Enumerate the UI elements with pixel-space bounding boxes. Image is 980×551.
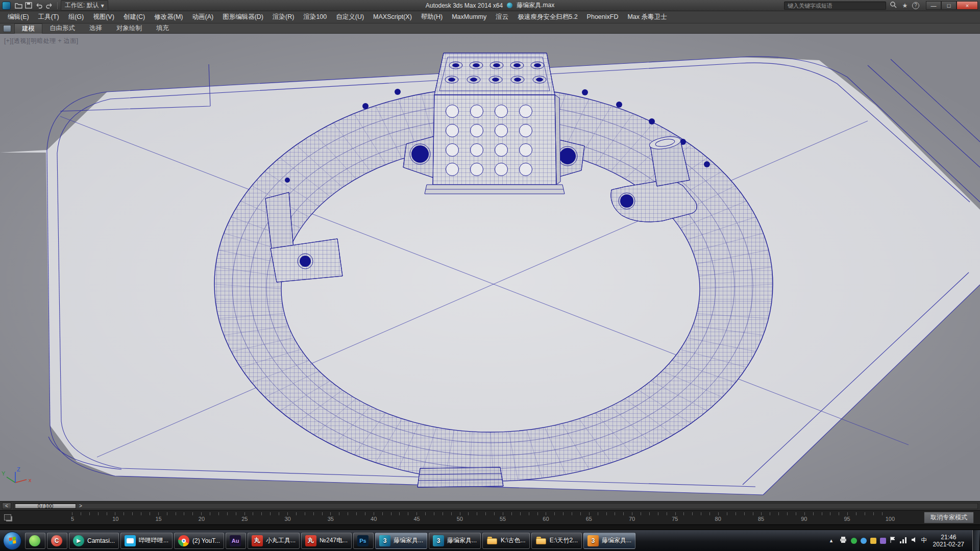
clip-model[interactable]: [418, 467, 503, 487]
xiaowan-icon: 丸: [252, 535, 263, 546]
next-frame-button[interactable]: >: [79, 503, 82, 509]
search-input[interactable]: [784, 2, 886, 10]
app-title-text: Autodesk 3ds Max 2014 x64: [426, 2, 503, 9]
time-slider-handle[interactable]: 0 / 100: [15, 504, 76, 509]
menu-group[interactable]: 组(G): [64, 11, 89, 23]
tab-freeform[interactable]: 自由形式: [42, 23, 82, 33]
start-button[interactable]: [3, 532, 21, 550]
tab-object-paint[interactable]: 对象绘制: [109, 23, 149, 33]
clock-date: 2021-02-27: [933, 541, 964, 548]
chevron-down-icon: ▾: [101, 2, 104, 9]
printer-icon[interactable]: [839, 536, 847, 545]
open-mini-curve-editor-icon[interactable]: [4, 514, 11, 520]
3dsmax-orange-icon: 3: [587, 535, 599, 546]
taskbar-button-xiaowan[interactable]: 丸 小丸工具...: [248, 533, 300, 549]
maximize-button[interactable]: □: [941, 1, 957, 10]
camtasia-icon: ▶: [73, 535, 84, 546]
menu-maxmummy[interactable]: MaxMummy: [447, 11, 491, 23]
menu-bar: 编辑(E) 工具(T) 组(G) 视图(V) 创建(C) 修改器(M) 动画(A…: [0, 11, 980, 23]
status-strip: [0, 524, 980, 530]
action-center-flag-icon[interactable]: [890, 536, 896, 545]
network-icon[interactable]: [899, 536, 907, 545]
taskbar: C ▶ Camtasi... 哔哩哔哩... (2) YouT... Au 丸 …: [0, 530, 980, 551]
taskbar-button-folder-e[interactable]: E:\天竹2...: [531, 533, 582, 549]
taskbar-button-app1[interactable]: [25, 533, 45, 549]
tab-populate[interactable]: 填充: [149, 23, 176, 33]
antivirus-icon[interactable]: [851, 538, 857, 544]
menu-views[interactable]: 视图(V): [88, 11, 119, 23]
taskbar-button-max-2[interactable]: 3 藤编家具...: [429, 533, 481, 549]
open-file-icon[interactable]: [14, 2, 23, 10]
viewport-label[interactable]: [+][透视][明暗处理 + 边面]: [4, 37, 79, 45]
photoshop-icon: Ps: [357, 535, 369, 546]
ribbon-config-icon[interactable]: [3, 25, 11, 32]
menu-slim-archive[interactable]: 极速瘦身安全归档5.2: [513, 11, 582, 23]
taskbar-button-chrome-youtube[interactable]: (2) YouT...: [174, 533, 224, 549]
hidden-icons-chevron-icon[interactable]: ▴: [827, 537, 836, 544]
input-method-indicator[interactable]: 中: [921, 536, 927, 545]
cloud-sync-icon[interactable]: [880, 538, 886, 544]
chrome-icon: [178, 535, 189, 546]
tab-selection[interactable]: 选择: [82, 23, 109, 33]
taskbar-button-bilibili[interactable]: 哔哩哔哩...: [120, 533, 173, 549]
save-icon[interactable]: [24, 2, 33, 10]
search-icon[interactable]: [889, 1, 898, 10]
axis-y-label: Y: [2, 470, 6, 477]
menu-render-cloud[interactable]: 渲云: [491, 11, 513, 23]
time-slider-track[interactable]: 0 / 100 >: [13, 503, 978, 509]
volume-icon[interactable]: [911, 536, 918, 545]
3dsmax-icon: 3: [433, 535, 444, 546]
menu-tools[interactable]: 工具(T): [34, 11, 64, 23]
messenger-icon[interactable]: [861, 538, 867, 544]
menu-phoenixfd[interactable]: PhoenixFD: [582, 11, 623, 23]
taskbar-button-app2[interactable]: C: [47, 533, 67, 549]
taskbar-button-max-1[interactable]: 3 藤编家具...: [375, 533, 427, 549]
menu-create[interactable]: 创建(C): [119, 11, 150, 23]
menu-edit[interactable]: 编辑(E): [3, 11, 34, 23]
app-logo-icon[interactable]: [2, 2, 11, 10]
audition-icon: Au: [230, 535, 241, 546]
ribbon-tab-bar: 建模 自由形式 选择 对象绘制 填充: [0, 23, 980, 34]
axis-z-label: Z: [17, 466, 20, 472]
help-icon[interactable]: ?: [912, 2, 919, 9]
file-name-text: 藤编家具.max: [517, 1, 554, 10]
close-button[interactable]: ×: [957, 1, 978, 10]
minimize-button[interactable]: —: [926, 1, 941, 10]
tab-modeling[interactable]: 建模: [14, 23, 42, 34]
menu-help[interactable]: 帮助(H): [416, 11, 447, 23]
workspace-selector[interactable]: 工作区: 默认 ▾: [61, 0, 108, 11]
taskbar-button-photoshop[interactable]: Ps: [353, 533, 374, 549]
red-app-icon: C: [51, 535, 62, 546]
menu-modifiers[interactable]: 修改器(M): [150, 11, 187, 23]
menu-antivirus[interactable]: Max 杀毒卫士: [623, 11, 671, 23]
previous-frame-button[interactable]: <: [2, 503, 11, 509]
cancel-expert-mode-button[interactable]: 取消专家模式: [924, 512, 974, 523]
folder-icon: [535, 535, 547, 546]
taskbar-button-folder-k[interactable]: K:\古色...: [482, 533, 530, 549]
perspective-viewport[interactable]: x Y Z [+][透视][明暗处理 + 边面]: [0, 34, 980, 501]
track-bar[interactable]: 510 1520 2530 3540 4550 5560 6570 7580 8…: [0, 510, 980, 524]
taskbar-clock[interactable]: 21:46 2021-02-27: [933, 534, 964, 548]
undo-icon[interactable]: [34, 2, 43, 10]
bilibili-icon: [125, 535, 136, 546]
taskbar-button-max-orange[interactable]: 3 藤编家具...: [583, 533, 635, 549]
menu-maxscript[interactable]: MAXScript(X): [369, 11, 416, 23]
download-manager-icon[interactable]: [870, 538, 876, 544]
menu-rendering[interactable]: 渲染(R): [268, 11, 299, 23]
menu-customize[interactable]: 自定义(U): [331, 11, 369, 23]
viewport-canvas[interactable]: x Y Z: [0, 34, 980, 501]
taskbar-button-audition[interactable]: Au: [226, 533, 246, 549]
taskbar-button-247[interactable]: 丸 №247电...: [301, 533, 352, 549]
ruler-numbers: 510 1520 2530 3540 4550 5560 6570 7580 8…: [66, 516, 897, 522]
show-desktop-button[interactable]: [972, 530, 979, 551]
3dsmax-icon: 3: [379, 535, 390, 546]
favorites-star-icon[interactable]: ★: [900, 2, 910, 9]
menu-render100[interactable]: 渲染100: [299, 11, 331, 23]
document-icon: [507, 3, 512, 8]
ruler-tickmarks: [72, 512, 891, 515]
windows-flag-icon: [9, 537, 16, 544]
menu-animation[interactable]: 动画(A): [187, 11, 218, 23]
menu-graph-editors[interactable]: 图形编辑器(D): [218, 11, 268, 23]
taskbar-button-camtasia[interactable]: ▶ Camtasi...: [69, 533, 119, 549]
redo-icon[interactable]: [44, 2, 54, 10]
